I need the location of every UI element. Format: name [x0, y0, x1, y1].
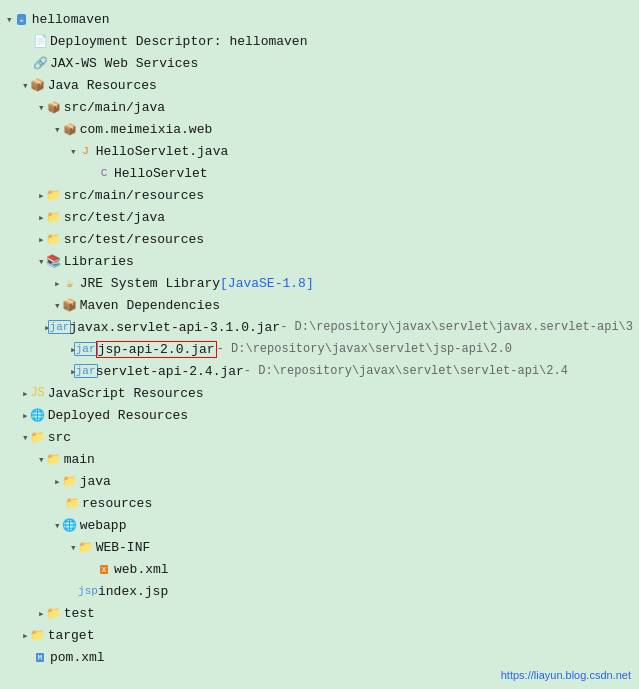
- label-pom-xml: pom.xml: [50, 650, 105, 665]
- icon-HelloServlet-class: C: [96, 165, 112, 181]
- icon-src-test-resources: 📁: [46, 231, 62, 247]
- tree-item-main[interactable]: 📁main: [4, 448, 635, 470]
- label-target: target: [48, 628, 95, 643]
- icon-HelloServlet-java: J: [78, 143, 94, 159]
- tree-item-src-main-resources[interactable]: 📁src/main/resources: [4, 184, 635, 206]
- icon-test: 📁: [46, 605, 62, 621]
- tree-item-maven-deps[interactable]: 📦Maven Dependencies: [4, 294, 635, 316]
- label-index-jsp: index.jsp: [98, 584, 168, 599]
- tree-item-web-xml[interactable]: Xweb.xml: [4, 558, 635, 580]
- icon-resources: 📁: [64, 495, 80, 511]
- tree-item-pom-xml[interactable]: Mpom.xml: [4, 646, 635, 668]
- extra-jre-system: [JavaSE-1.8]: [220, 276, 314, 291]
- tree-item-webapp[interactable]: 🌐webapp: [4, 514, 635, 536]
- label-java: java: [80, 474, 111, 489]
- icon-webapp: 🌐: [62, 517, 78, 533]
- arrow-com-meimeixia-web[interactable]: [54, 122, 62, 137]
- arrow-src-test-resources[interactable]: [38, 232, 46, 247]
- label-test: test: [64, 606, 95, 621]
- tree-item-hellomaven[interactable]: ☕hellomaven: [4, 8, 635, 30]
- label-libraries: Libraries: [64, 254, 134, 269]
- label-src-main-resources: src/main/resources: [64, 188, 204, 203]
- icon-target: 📁: [30, 627, 46, 643]
- arrow-WEB-INF[interactable]: [70, 540, 78, 555]
- tree-item-src-test-resources[interactable]: 📁src/test/resources: [4, 228, 635, 250]
- tree-item-java[interactable]: 📁java: [4, 470, 635, 492]
- label-deployment-descriptor: Deployment Descriptor: hellomaven: [50, 34, 307, 49]
- icon-com-meimeixia-web: 📦: [62, 121, 78, 137]
- tree-item-src[interactable]: 📁src: [4, 426, 635, 448]
- arrow-jre-system[interactable]: [54, 276, 62, 291]
- arrow-src-test-java[interactable]: [38, 210, 46, 225]
- tree-item-jax-ws[interactable]: 🔗JAX-WS Web Services: [4, 52, 635, 74]
- arrow-hellomaven[interactable]: [6, 12, 14, 27]
- label-deployed-resources: Deployed Resources: [48, 408, 188, 423]
- label-resources: resources: [82, 496, 152, 511]
- tree-item-deployed-resources[interactable]: 🌐Deployed Resources: [4, 404, 635, 426]
- label-js-resources: JavaScript Resources: [48, 386, 204, 401]
- label-servlet-api-jar: servlet-api-2.4.jar: [96, 364, 244, 379]
- watermark: https://liayun.blog.csdn.net: [501, 669, 631, 681]
- arrow-test[interactable]: [38, 606, 46, 621]
- arrow-deployed-resources[interactable]: [22, 408, 30, 423]
- icon-main: 📁: [46, 451, 62, 467]
- label-src-main-java: src/main/java: [64, 100, 165, 115]
- arrow-src-main-java[interactable]: [38, 100, 46, 115]
- arrow-libraries[interactable]: [38, 254, 46, 269]
- tree-item-jsp-api-jar[interactable]: jarjsp-api-2.0.jar - D:\repository\javax…: [4, 338, 635, 360]
- arrow-webapp[interactable]: [54, 518, 62, 533]
- tree-item-target[interactable]: 📁target: [4, 624, 635, 646]
- icon-jsp-api-jar: jar: [78, 341, 94, 357]
- tree-item-com-meimeixia-web[interactable]: 📦com.meimeixia.web: [4, 118, 635, 140]
- icon-js-resources: JS: [30, 385, 46, 401]
- tree-item-WEB-INF[interactable]: 📁WEB-INF: [4, 536, 635, 558]
- arrow-js-resources[interactable]: [22, 386, 30, 401]
- tree-item-jre-system[interactable]: ☕JRE System Library [JavaSE-1.8]: [4, 272, 635, 294]
- arrow-HelloServlet-java[interactable]: [70, 144, 78, 159]
- tree-item-deployment-descriptor[interactable]: 📄Deployment Descriptor: hellomaven: [4, 30, 635, 52]
- label-src-test-java: src/test/java: [64, 210, 165, 225]
- label-javax-servlet-jar: javax.servlet-api-3.1.0.jar: [70, 320, 281, 335]
- icon-jre-system: ☕: [62, 275, 78, 291]
- icon-java: 📁: [62, 473, 78, 489]
- icon-libraries: 📚: [46, 253, 62, 269]
- icon-java-resources: 📦: [30, 77, 46, 93]
- icon-deployed-resources: 🌐: [30, 407, 46, 423]
- arrow-java-resources[interactable]: [22, 78, 30, 93]
- tree-item-libraries[interactable]: 📚Libraries: [4, 250, 635, 272]
- label-webapp: webapp: [80, 518, 127, 533]
- icon-web-xml: X: [96, 561, 112, 577]
- arrow-main[interactable]: [38, 452, 46, 467]
- tree-item-HelloServlet-class[interactable]: CHelloServlet: [4, 162, 635, 184]
- tree-item-test[interactable]: 📁test: [4, 602, 635, 624]
- icon-deployment-descriptor: 📄: [32, 33, 48, 49]
- tree-item-src-main-java[interactable]: 📦src/main/java: [4, 96, 635, 118]
- icon-jax-ws: 🔗: [32, 55, 48, 71]
- label-HelloServlet-class: HelloServlet: [114, 166, 208, 181]
- icon-hellomaven: ☕: [14, 11, 30, 27]
- tree-item-servlet-api-jar[interactable]: jarservlet-api-2.4.jar - D:\repository\j…: [4, 360, 635, 382]
- arrow-maven-deps[interactable]: [54, 298, 62, 313]
- label-jre-system: JRE System Library: [80, 276, 220, 291]
- label-web-xml: web.xml: [114, 562, 169, 577]
- label-src: src: [48, 430, 71, 445]
- label-maven-deps: Maven Dependencies: [80, 298, 220, 313]
- arrow-java[interactable]: [54, 474, 62, 489]
- arrow-target[interactable]: [22, 628, 30, 643]
- icon-src-main-resources: 📁: [46, 187, 62, 203]
- label-jsp-api-jar: jsp-api-2.0.jar: [96, 342, 217, 357]
- tree-item-resources[interactable]: 📁resources: [4, 492, 635, 514]
- tree-item-js-resources[interactable]: JSJavaScript Resources: [4, 382, 635, 404]
- arrow-src-main-resources[interactable]: [38, 188, 46, 203]
- icon-javax-servlet-jar: jar: [52, 319, 68, 335]
- arrow-src[interactable]: [22, 430, 30, 445]
- tree-item-index-jsp[interactable]: jspindex.jsp: [4, 580, 635, 602]
- tree-item-javax-servlet-jar[interactable]: jarjavax.servlet-api-3.1.0.jar - D:\repo…: [4, 316, 635, 338]
- icon-index-jsp: jsp: [80, 583, 96, 599]
- icon-servlet-api-jar: jar: [78, 363, 94, 379]
- label-hellomaven: hellomaven: [32, 12, 110, 27]
- tree-item-java-resources[interactable]: 📦Java Resources: [4, 74, 635, 96]
- tree-item-src-test-java[interactable]: 📁src/test/java: [4, 206, 635, 228]
- tree-item-HelloServlet-java[interactable]: JHelloServlet.java: [4, 140, 635, 162]
- icon-src: 📁: [30, 429, 46, 445]
